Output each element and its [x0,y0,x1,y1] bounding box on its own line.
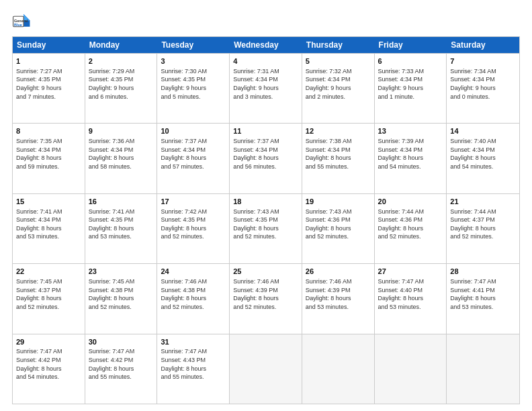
cell-info: Sunrise: 7:37 AM Sunset: 4:34 PM Dayligh… [161,137,226,171]
page: General Blue SundayMondayTuesdayWednesda… [0,0,532,411]
cell-info: Sunrise: 7:41 AM Sunset: 4:35 PM Dayligh… [89,208,154,241]
cell-info: Sunrise: 7:47 AM Sunset: 4:40 PM Dayligh… [378,277,443,311]
cell-info: Sunrise: 7:29 AM Sunset: 4:35 PM Dayligh… [89,67,154,101]
cell-info: Sunrise: 7:33 AM Sunset: 4:34 PM Dayligh… [378,67,443,101]
cell-day-number: 27 [378,267,443,277]
calendar-cell-17: 17Sunrise: 7:42 AM Sunset: 4:35 PM Dayli… [157,194,230,263]
cell-info: Sunrise: 7:47 AM Sunset: 4:42 PM Dayligh… [89,347,154,381]
cell-day-number: 19 [306,197,371,207]
calendar-cell-25: 25Sunrise: 7:46 AM Sunset: 4:39 PM Dayli… [230,264,302,333]
calendar-cell-29: 29Sunrise: 7:47 AM Sunset: 4:42 PM Dayli… [13,334,85,404]
calendar-cell-empty-4-4 [302,334,375,404]
header-day-sunday: Sunday [13,37,85,53]
cell-info: Sunrise: 7:43 AM Sunset: 4:36 PM Dayligh… [306,208,371,241]
header-day-tuesday: Tuesday [157,37,230,53]
header-day-friday: Friday [375,37,447,53]
calendar-row-2: 8Sunrise: 7:35 AM Sunset: 4:34 PM Daylig… [13,123,519,193]
cell-day-number: 25 [233,267,298,277]
calendar-cell-18: 18Sunrise: 7:43 AM Sunset: 4:35 PM Dayli… [230,194,302,263]
cell-info: Sunrise: 7:35 AM Sunset: 4:34 PM Dayligh… [16,137,81,171]
cell-info: Sunrise: 7:42 AM Sunset: 4:35 PM Dayligh… [161,208,226,241]
calendar-header: SundayMondayTuesdayWednesdayThursdayFrid… [13,37,519,53]
cell-info: Sunrise: 7:38 AM Sunset: 4:34 PM Dayligh… [306,137,371,171]
header-day-thursday: Thursday [302,37,375,53]
cell-day-number: 2 [89,56,154,66]
calendar-cell-empty-4-5 [375,334,447,404]
calendar-cell-13: 13Sunrise: 7:39 AM Sunset: 4:34 PM Dayli… [375,124,447,193]
cell-day-number: 24 [161,267,226,277]
cell-day-number: 28 [450,267,516,277]
calendar-cell-6: 6Sunrise: 7:33 AM Sunset: 4:34 PM Daylig… [375,54,447,123]
cell-day-number: 21 [450,197,516,207]
calendar-cell-15: 15Sunrise: 7:41 AM Sunset: 4:34 PM Dayli… [13,194,85,263]
logo: General Blue [12,12,31,31]
cell-day-number: 18 [233,197,298,207]
cell-info: Sunrise: 7:36 AM Sunset: 4:34 PM Dayligh… [89,137,154,171]
calendar-cell-1: 1Sunrise: 7:27 AM Sunset: 4:35 PM Daylig… [13,54,85,123]
calendar-cell-31: 31Sunrise: 7:47 AM Sunset: 4:43 PM Dayli… [157,334,230,404]
calendar-cell-3: 3Sunrise: 7:30 AM Sunset: 4:35 PM Daylig… [157,54,230,123]
cell-day-number: 11 [233,126,298,136]
calendar-cell-10: 10Sunrise: 7:37 AM Sunset: 4:34 PM Dayli… [157,124,230,193]
calendar-cell-21: 21Sunrise: 7:44 AM Sunset: 4:37 PM Dayli… [447,194,519,263]
calendar-cell-2: 2Sunrise: 7:29 AM Sunset: 4:35 PM Daylig… [85,54,158,123]
cell-info: Sunrise: 7:44 AM Sunset: 4:37 PM Dayligh… [450,208,516,241]
calendar-cell-empty-4-6 [447,334,519,404]
cell-day-number: 4 [233,56,298,66]
calendar-cell-28: 28Sunrise: 7:47 AM Sunset: 4:41 PM Dayli… [447,264,519,333]
calendar-body: 1Sunrise: 7:27 AM Sunset: 4:35 PM Daylig… [13,53,519,404]
cell-info: Sunrise: 7:27 AM Sunset: 4:35 PM Dayligh… [16,67,81,101]
cell-day-number: 10 [161,126,226,136]
cell-day-number: 12 [306,126,371,136]
calendar-cell-26: 26Sunrise: 7:46 AM Sunset: 4:39 PM Dayli… [302,264,375,333]
cell-day-number: 9 [89,126,154,136]
header-day-monday: Monday [85,37,158,53]
cell-day-number: 26 [306,267,371,277]
calendar-cell-20: 20Sunrise: 7:44 AM Sunset: 4:36 PM Dayli… [375,194,447,263]
cell-info: Sunrise: 7:43 AM Sunset: 4:35 PM Dayligh… [233,208,298,241]
cell-day-number: 20 [378,197,443,207]
cell-info: Sunrise: 7:45 AM Sunset: 4:38 PM Dayligh… [89,277,154,311]
cell-info: Sunrise: 7:37 AM Sunset: 4:34 PM Dayligh… [233,137,298,171]
calendar-cell-23: 23Sunrise: 7:45 AM Sunset: 4:38 PM Dayli… [85,264,158,333]
calendar-row-4: 22Sunrise: 7:45 AM Sunset: 4:37 PM Dayli… [13,263,519,333]
calendar-cell-11: 11Sunrise: 7:37 AM Sunset: 4:34 PM Dayli… [230,124,302,193]
cell-day-number: 15 [16,197,81,207]
cell-day-number: 31 [161,337,226,347]
calendar-cell-30: 30Sunrise: 7:47 AM Sunset: 4:42 PM Dayli… [85,334,158,404]
cell-day-number: 5 [306,56,371,66]
cell-info: Sunrise: 7:41 AM Sunset: 4:34 PM Dayligh… [16,208,81,241]
cell-info: Sunrise: 7:46 AM Sunset: 4:39 PM Dayligh… [306,277,371,311]
calendar-cell-27: 27Sunrise: 7:47 AM Sunset: 4:40 PM Dayli… [375,264,447,333]
cell-day-number: 16 [89,197,154,207]
cell-day-number: 22 [16,267,81,277]
cell-day-number: 13 [378,126,443,136]
cell-info: Sunrise: 7:31 AM Sunset: 4:34 PM Dayligh… [233,67,298,101]
calendar-cell-9: 9Sunrise: 7:36 AM Sunset: 4:34 PM Daylig… [85,124,158,193]
calendar-cell-8: 8Sunrise: 7:35 AM Sunset: 4:34 PM Daylig… [13,124,85,193]
cell-day-number: 30 [89,337,154,347]
svg-text:General: General [14,19,28,23]
cell-info: Sunrise: 7:46 AM Sunset: 4:39 PM Dayligh… [233,277,298,311]
cell-info: Sunrise: 7:40 AM Sunset: 4:34 PM Dayligh… [450,137,516,171]
header-day-wednesday: Wednesday [230,37,302,53]
cell-day-number: 29 [16,337,81,347]
cell-info: Sunrise: 7:46 AM Sunset: 4:38 PM Dayligh… [161,277,226,311]
cell-day-number: 7 [450,56,516,66]
cell-info: Sunrise: 7:30 AM Sunset: 4:35 PM Dayligh… [161,67,226,101]
cell-info: Sunrise: 7:47 AM Sunset: 4:42 PM Dayligh… [16,347,81,381]
calendar: SundayMondayTuesdayWednesdayThursdayFrid… [12,36,520,404]
calendar-row-5: 29Sunrise: 7:47 AM Sunset: 4:42 PM Dayli… [13,334,519,404]
cell-info: Sunrise: 7:47 AM Sunset: 4:41 PM Dayligh… [450,277,516,311]
generalblue-logo-icon: General Blue [12,12,31,31]
cell-info: Sunrise: 7:44 AM Sunset: 4:36 PM Dayligh… [378,208,443,241]
cell-day-number: 1 [16,56,81,66]
cell-info: Sunrise: 7:32 AM Sunset: 4:34 PM Dayligh… [306,67,371,101]
calendar-cell-19: 19Sunrise: 7:43 AM Sunset: 4:36 PM Dayli… [302,194,375,263]
calendar-cell-7: 7Sunrise: 7:34 AM Sunset: 4:34 PM Daylig… [447,54,519,123]
cell-info: Sunrise: 7:34 AM Sunset: 4:34 PM Dayligh… [450,67,516,101]
calendar-row-3: 15Sunrise: 7:41 AM Sunset: 4:34 PM Dayli… [13,193,519,263]
cell-day-number: 14 [450,126,516,136]
calendar-cell-empty-4-3 [230,334,302,404]
calendar-cell-14: 14Sunrise: 7:40 AM Sunset: 4:34 PM Dayli… [447,124,519,193]
